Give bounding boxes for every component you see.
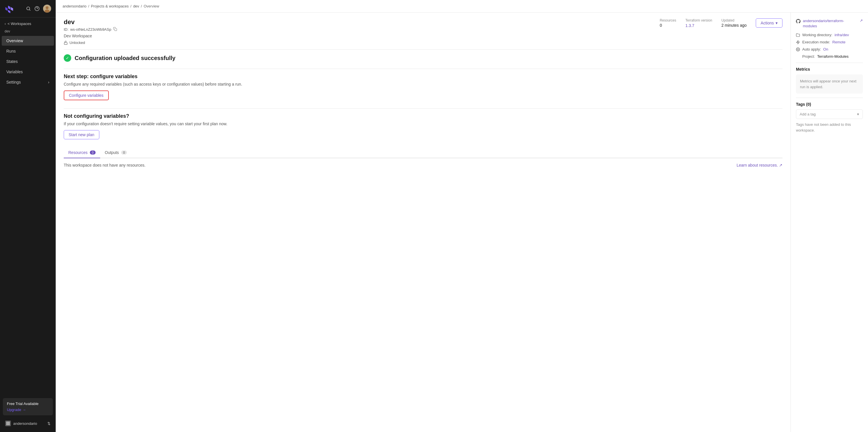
free-trial-box: Free Trial Available Upgrade → — [3, 398, 53, 415]
metrics-title: Metrics — [796, 67, 863, 71]
org-name: andersondario — [13, 421, 37, 426]
project-value: Terraform-Modules — [817, 54, 848, 59]
breadcrumb-dev[interactable]: dev — [133, 4, 139, 8]
tags-note: Tags have not been added to this workspa… — [796, 122, 863, 133]
breadcrumb-sep-3: / — [141, 4, 142, 8]
execution-mode-value[interactable]: Remote — [832, 40, 846, 44]
tabs-bar: Resources 0 Outputs 0 — [64, 147, 782, 158]
success-check-icon: ✓ — [64, 54, 71, 62]
sidebar-item-settings[interactable]: Settings › — [2, 77, 54, 87]
copy-id-button[interactable] — [113, 27, 117, 32]
actions-label: Actions — [761, 21, 774, 25]
resources-value: 0 — [660, 23, 676, 28]
tab-resources-badge: 0 — [90, 150, 96, 154]
tf-version-stat: Terraform version 1.3.7 — [685, 19, 712, 28]
sidebar-bottom: Free Trial Available Upgrade → andersond… — [0, 395, 56, 432]
workspaces-label: < Workspaces — [7, 22, 31, 26]
sidebar-top — [0, 0, 56, 18]
start-new-plan-button[interactable]: Start new plan — [64, 130, 99, 139]
workspace-name: dev — [64, 19, 117, 26]
sidebar-item-runs-label: Runs — [6, 49, 16, 53]
auto-apply-value[interactable]: On — [823, 47, 828, 51]
metrics-placeholder: Metrics will appear once your next run i… — [796, 75, 863, 94]
configure-variables-button[interactable]: Configure variables — [64, 90, 109, 100]
tags-dropdown-chevron-icon: ▾ — [857, 112, 859, 116]
repo-row: andersondario/terraform-modules ↗ — [796, 19, 863, 29]
header-divider — [64, 49, 782, 50]
resources-label: Resources — [660, 19, 676, 22]
org-switcher[interactable]: andersondario ⇅ — [3, 418, 53, 429]
github-icon — [796, 19, 801, 24]
svg-rect-10 — [115, 28, 117, 31]
svg-rect-8 — [7, 424, 8, 425]
updated-value: 2 minutes ago — [721, 23, 747, 28]
breadcrumb-org[interactable]: andersondario — [63, 4, 86, 8]
actions-button[interactable]: Actions ▾ — [756, 19, 782, 28]
breadcrumb: andersondario / Projects & workspaces / … — [56, 0, 868, 12]
breadcrumb-sep-1: / — [88, 4, 89, 8]
project-row: Project: Terraform-Modules — [796, 54, 863, 59]
search-button[interactable] — [26, 6, 31, 11]
lightning-icon — [796, 40, 800, 44]
right-divider-1 — [796, 63, 863, 63]
back-icon: ‹ — [5, 22, 6, 26]
user-avatar[interactable] — [43, 5, 51, 12]
tags-title: Tags (0) — [796, 102, 863, 107]
id-value: ws-otNeLnZ23oWb9ASp — [70, 27, 112, 32]
content-area: dev ID: ws-otNeLnZ23oWb9ASp Dev Workspac… — [56, 12, 868, 432]
svg-rect-6 — [7, 422, 8, 423]
repo-external-icon[interactable]: ↗ — [860, 19, 863, 23]
sidebar-item-states[interactable]: States — [2, 57, 54, 66]
working-dir-value[interactable]: infra/dev — [835, 33, 849, 37]
repo-link[interactable]: andersondario/terraform-modules — [803, 19, 857, 29]
sidebar-item-states-label: States — [6, 59, 18, 64]
svg-point-4 — [45, 6, 49, 9]
svg-point-13 — [797, 49, 799, 50]
sidebar-item-runs[interactable]: Runs — [2, 46, 54, 56]
tags-dropdown[interactable]: Add a tag ▾ — [796, 110, 863, 119]
tab-resources-label: Resources — [68, 150, 88, 155]
workspace-lock-status: Unlocked — [64, 40, 117, 45]
free-trial-title: Free Trial Available — [7, 402, 49, 406]
svg-rect-11 — [64, 42, 67, 44]
help-button[interactable] — [34, 6, 40, 11]
terraform-logo — [5, 4, 14, 13]
step1-title: Next step: configure variables — [64, 74, 782, 80]
workspace-stats: Resources 0 Terraform version 1.3.7 Upda… — [660, 19, 747, 28]
content-main: dev ID: ws-otNeLnZ23oWb9ASp Dev Workspac… — [56, 12, 790, 432]
svg-marker-12 — [797, 40, 800, 44]
breadcrumb-projects[interactable]: Projects & workspaces — [91, 4, 129, 8]
sidebar-item-variables[interactable]: Variables — [2, 67, 54, 77]
tf-version-value[interactable]: 1.3.7 — [685, 23, 694, 28]
sidebar-item-settings-label: Settings — [6, 80, 21, 84]
tabs-container: Resources 0 Outputs 0 This workspace doe… — [64, 147, 782, 172]
tab-resources[interactable]: Resources 0 — [64, 147, 100, 158]
workspace-description: Dev Workspace — [64, 34, 117, 38]
tab-outputs[interactable]: Outputs 0 — [100, 147, 131, 158]
breadcrumb-sep-2: / — [130, 4, 131, 8]
steps-divider — [64, 108, 782, 109]
working-dir-label: Working directory: — [802, 33, 832, 37]
settings-chevron-icon: › — [48, 80, 50, 84]
workspaces-back-button[interactable]: ‹ < Workspaces — [0, 18, 56, 28]
learn-resources-link[interactable]: Learn about resources. ↗ — [737, 163, 782, 168]
main-content: andersondario / Projects & workspaces / … — [56, 0, 868, 432]
sidebar-nav: Overview Runs States Variables Settings … — [0, 36, 56, 395]
success-banner: ✓ Configuration uploaded successfully — [64, 54, 782, 62]
svg-point-0 — [27, 7, 30, 10]
id-label: ID: — [64, 27, 69, 32]
step2-description: If your configuration doesn't require se… — [64, 121, 782, 126]
sidebar-item-overview[interactable]: Overview — [2, 36, 54, 46]
step1-description: Configure any required variables (such a… — [64, 82, 782, 86]
tab-content-area: This workspace does not have any resourc… — [64, 158, 782, 172]
breadcrumb-overview: Overview — [144, 4, 159, 8]
auto-apply-label: Auto apply: — [802, 47, 821, 51]
working-dir-row: Working directory: infra/dev — [796, 33, 863, 37]
start-plan-section: Not configuring variables? If your confi… — [64, 113, 782, 139]
execution-mode-row: Execution mode: Remote — [796, 40, 863, 44]
tab-outputs-label: Outputs — [105, 150, 119, 155]
updated-stat: Updated 2 minutes ago — [721, 19, 747, 28]
upgrade-link[interactable]: Upgrade → — [7, 408, 49, 412]
right-sidebar: andersondario/terraform-modules ↗ Workin… — [790, 12, 868, 432]
auto-apply-row: Auto apply: On — [796, 47, 863, 51]
